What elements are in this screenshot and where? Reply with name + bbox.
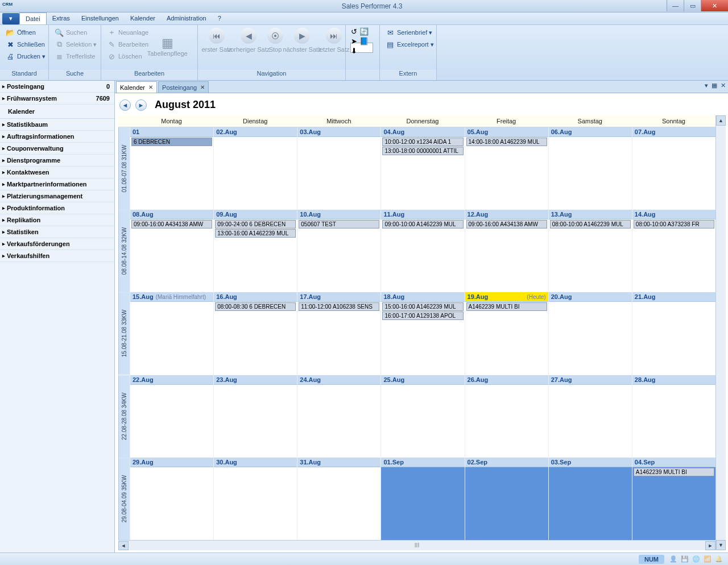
nav-row-frühwarnsystem[interactable]: ▸Frühwarnsystem7609 xyxy=(0,93,114,105)
maximize-button[interactable]: ▭ xyxy=(684,0,701,11)
day-cell[interactable]: 07.Aug xyxy=(632,127,715,210)
mini-icon-5[interactable]: 📘 xyxy=(359,36,369,45)
nav-item-statistiken[interactable]: ▸Statistiken xyxy=(0,226,114,238)
calendar-event[interactable]: A1462239 MULTI BI xyxy=(466,302,547,311)
day-cell[interactable]: 12.Aug09:00-16:00 A434138 AMW xyxy=(465,210,548,292)
minimize-button[interactable]: — xyxy=(667,0,684,11)
day-cell[interactable]: 23.Aug xyxy=(213,375,297,458)
nav-item-couponverwaltung[interactable]: ▸Couponverwaltung xyxy=(0,143,114,155)
day-cell[interactable]: 04.SepA1462239 MULTI BI xyxy=(632,458,715,540)
calendar-event[interactable]: 08:00-08:30 6 DEBRECEN xyxy=(215,302,296,311)
horizontal-scrollbar[interactable]: ◄ III ► xyxy=(118,540,715,550)
ribbon-selektion-button[interactable]: ⧉Selektion ▾ xyxy=(52,39,99,50)
day-cell[interactable]: 11.Aug09:00-10:00 A1462239 MUL xyxy=(380,210,464,292)
scroll-track[interactable]: III xyxy=(129,542,705,549)
calendar-event[interactable]: 08:00-10:00 A1462239 MUL xyxy=(550,220,631,229)
nav-row-posteingang[interactable]: ▸Posteingang0 xyxy=(0,81,114,93)
day-cell[interactable]: 05.Aug14:00-18:00 A1462239 MUL xyxy=(465,127,548,210)
day-cell[interactable]: 30.Aug xyxy=(213,458,297,540)
nav-kalender[interactable]: Kalender xyxy=(0,105,114,118)
nav-item-statistikbaum[interactable]: ▸Statistikbaum xyxy=(0,118,114,131)
tab-posteingang[interactable]: Posteingang✕ xyxy=(158,81,209,93)
scroll-left-icon[interactable]: ◄ xyxy=(118,541,129,550)
scroll-down-icon[interactable]: ▼ xyxy=(716,540,726,550)
calendar-event[interactable]: 13:00-18:00 00000001 ATTIL xyxy=(382,147,463,155)
day-cell[interactable]: 10.Aug050607 TEST xyxy=(297,210,380,292)
day-cell[interactable]: 17.Aug11:00-12:00 A106238 SENS xyxy=(297,292,380,375)
day-cell[interactable]: 18.Aug15:00-16:00 A1462239 MUL16:00-17:0… xyxy=(380,292,464,375)
day-cell[interactable]: 06.Aug xyxy=(548,127,632,210)
nav-item-platzierungsmanagement[interactable]: ▸Platzierungsmanagement xyxy=(0,190,114,202)
nav-item-marktpartnerinformationen[interactable]: ▸Marktpartnerinformationen xyxy=(0,178,114,190)
day-cell[interactable]: 09.Aug09:00-24:00 6 DEBRECEN13:00-16:00 … xyxy=(213,210,297,292)
day-cell[interactable]: 03.Aug xyxy=(297,127,380,210)
day-cell[interactable]: 016 DEBRECEN xyxy=(130,127,213,210)
day-cell[interactable]: 02.Sep xyxy=(465,458,548,540)
day-cell[interactable]: 27.Aug xyxy=(548,375,632,458)
ribbon-neuanlage-button[interactable]: ＋Neuanlage xyxy=(105,27,151,38)
nav-item-produktinformation[interactable]: ▸Produktinformation xyxy=(0,202,114,214)
menu-administration[interactable]: Administration xyxy=(161,13,212,24)
day-cell[interactable]: 03.Sep xyxy=(548,458,632,540)
day-cell[interactable]: 08.Aug09:00-16:00 A434138 AMW xyxy=(130,210,213,292)
day-cell[interactable]: 21.Aug xyxy=(632,292,715,375)
calendar-event[interactable]: 09:00-16:00 A434138 AMW xyxy=(466,220,547,229)
mini-icon-3[interactable]: ⬇ xyxy=(349,46,358,55)
day-cell[interactable]: 29.Aug xyxy=(130,458,213,540)
app-menu-button[interactable]: ▾ xyxy=(2,13,19,24)
mini-icon-4[interactable]: 🔄 xyxy=(359,27,369,36)
day-cell[interactable]: 13.Aug08:00-10:00 A1462239 MUL xyxy=(548,210,632,292)
nav-item-verkaufsfrderungen[interactable]: ▸Verkaufsförderungen xyxy=(0,238,114,250)
tab-close-all-icon[interactable]: ✕ xyxy=(721,82,726,89)
menu-?[interactable]: ? xyxy=(212,13,227,24)
day-cell[interactable]: 20.Aug xyxy=(548,292,632,375)
calendar-event[interactable]: 16:00-17:00 A129138 APOL xyxy=(382,311,463,320)
calendar-event[interactable]: 14:00-18:00 A1462239 MUL xyxy=(466,138,547,146)
ribbon-suchen-button[interactable]: 🔍Suchen xyxy=(52,27,99,38)
nav-item-kontaktwesen[interactable]: ▸Kontaktwesen xyxy=(0,167,114,178)
menu-einstellungen[interactable]: Einstellungen xyxy=(76,13,125,24)
calendar-event[interactable]: 10:00-12:00 x1234 AIDA 1 xyxy=(382,138,463,146)
day-cell[interactable]: 28.Aug xyxy=(632,375,715,458)
day-cell[interactable]: 25.Aug xyxy=(380,375,464,458)
scroll-up-icon[interactable]: ▲ xyxy=(716,115,726,126)
tabellenpflege-button[interactable]: ▦ Tabellenpflege xyxy=(152,27,183,68)
day-cell[interactable]: 01.Sep xyxy=(380,458,464,540)
nav-nächster-satz-button[interactable]: ▶nächster Satz xyxy=(287,27,317,54)
calendar-event[interactable]: 6 DEBRECEN xyxy=(131,138,212,146)
day-cell[interactable]: 04.Aug10:00-12:00 x1234 AIDA 113:00-18:0… xyxy=(380,127,464,210)
ribbon-trefferliste-button[interactable]: ≣Trefferliste xyxy=(52,51,99,62)
nav-letzter-satz-button[interactable]: ⏭letzter Satz xyxy=(318,27,349,54)
calendar-event[interactable]: 09:00-24:00 6 DEBRECEN xyxy=(215,220,296,229)
day-cell[interactable]: 31.Aug xyxy=(297,458,380,540)
day-cell[interactable]: 26.Aug xyxy=(465,375,548,458)
mini-icon-1[interactable]: ↺ xyxy=(349,27,358,36)
vertical-scrollbar[interactable]: ▲ ▼ xyxy=(715,115,726,550)
calendar-event[interactable]: 15:00-16:00 A1462239 MUL xyxy=(382,302,463,311)
calendar-event[interactable]: 09:00-10:00 A1462239 MUL xyxy=(382,220,463,229)
day-cell[interactable]: 24.Aug xyxy=(297,375,380,458)
nav-item-auftragsinformationen[interactable]: ▸Auftragsinformationen xyxy=(0,131,114,143)
calendar-event[interactable]: 050607 TEST xyxy=(299,220,379,229)
nav-item-verkaufshilfen[interactable]: ▸Verkaufshilfen xyxy=(0,250,114,262)
day-cell[interactable]: 15.Aug(Mariä Himmelfahrt) xyxy=(130,292,213,375)
tab-close-icon[interactable]: ✕ xyxy=(200,84,205,90)
nav-item-dienstprogramme[interactable]: ▸Dienstprogramme xyxy=(0,155,114,167)
menu-extras[interactable]: Extras xyxy=(47,13,76,24)
day-cell[interactable]: 19.Aug(Heute)A1462239 MULTI BI xyxy=(465,292,548,375)
calendar-event[interactable]: A1462239 MULTI BI xyxy=(634,468,714,476)
mini-icon-2[interactable]: ➤ xyxy=(349,36,358,45)
day-cell[interactable]: 14.Aug08:00-10:00 A373238 FR xyxy=(632,210,715,292)
ribbon-drucken-button[interactable]: 🖨Drucken ▾ xyxy=(3,51,48,62)
calendar-event[interactable]: 11:00-12:00 A106238 SENS xyxy=(299,302,379,311)
tab-dropdown-icon[interactable]: ▾ xyxy=(705,82,708,89)
calendar-event[interactable]: 09:00-16:00 A434138 AMW xyxy=(131,220,212,229)
menu-datei[interactable]: Datei xyxy=(19,13,47,24)
scroll-right-icon[interactable]: ► xyxy=(705,541,715,550)
close-button[interactable]: ✕ xyxy=(701,0,728,11)
nav-vorheriger-satz-button[interactable]: ◀vorheriger Satz xyxy=(233,27,264,54)
tab-kalender[interactable]: Kalender✕ xyxy=(116,81,157,93)
ribbon-schlieen-button[interactable]: ✖Schließen xyxy=(3,39,48,50)
day-cell[interactable]: 22.Aug xyxy=(130,375,213,458)
tab-grid-icon[interactable]: ▦ xyxy=(712,82,717,89)
